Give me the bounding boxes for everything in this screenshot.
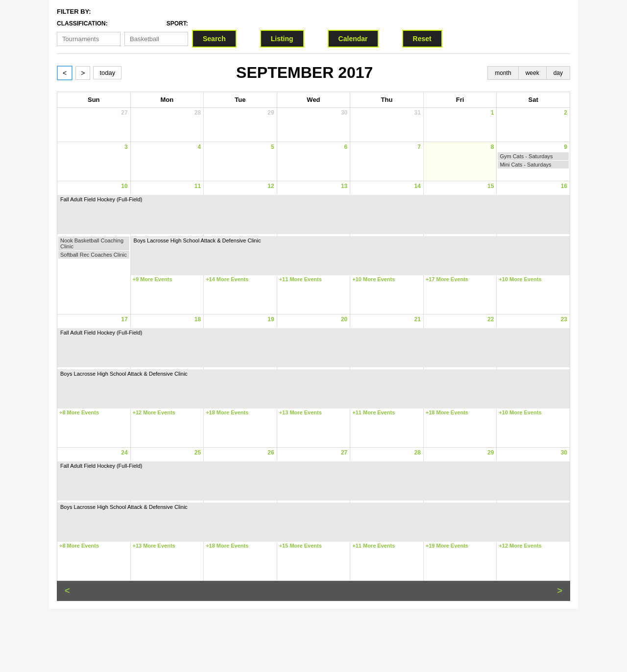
view-buttons: month week day bbox=[487, 66, 570, 80]
classification-input[interactable] bbox=[57, 32, 121, 46]
scroll-left-arrow[interactable]: < bbox=[65, 586, 70, 596]
more-events-link[interactable]: +11 More Events bbox=[277, 275, 324, 283]
more-events-link[interactable]: +12 More Events bbox=[497, 542, 543, 550]
day-cell: 18 bbox=[130, 314, 204, 328]
header-sat: Sat bbox=[497, 92, 570, 108]
more-events-link[interactable]: +18 More Events bbox=[204, 542, 250, 550]
day-cell: 31 bbox=[350, 108, 424, 142]
sport-label: SPORT: bbox=[167, 20, 188, 27]
day-number: 4 bbox=[131, 142, 204, 152]
more-events-link[interactable]: +13 More Events bbox=[277, 408, 324, 416]
event-bar[interactable]: Gym Cats - Saturdays bbox=[498, 152, 569, 160]
day-number: 3 bbox=[57, 142, 130, 152]
day-number: 31 bbox=[350, 108, 423, 118]
more-events-link[interactable]: +10 More Events bbox=[350, 275, 397, 283]
header-mon: Mon bbox=[130, 92, 204, 108]
spanning-event-cell[interactable]: Fall Adult Field Hockey (Full-Field) bbox=[57, 195, 570, 234]
day-cell: 11 bbox=[130, 181, 204, 195]
event-bar[interactable]: Nook Basketball Coaching Clinic bbox=[58, 237, 129, 250]
scroll-right-arrow[interactable]: > bbox=[557, 586, 562, 596]
more-events-link[interactable]: +19 More Events bbox=[424, 542, 470, 550]
event-bar[interactable]: Softball Rec Coaches Clinic bbox=[58, 251, 129, 259]
day-cell: 28 bbox=[350, 448, 424, 461]
today-button[interactable]: today bbox=[93, 66, 121, 79]
prev-button[interactable]: < bbox=[57, 66, 72, 80]
day-cell: 2 bbox=[497, 108, 570, 142]
day-number: 28 bbox=[131, 108, 204, 118]
spanning-event-cell[interactable]: Boys Lacrosse High School Attack & Defen… bbox=[57, 369, 570, 408]
listing-button[interactable]: Listing bbox=[260, 30, 304, 48]
day-number: 23 bbox=[497, 314, 570, 324]
day-number: 10 bbox=[57, 181, 130, 191]
more-events-link[interactable]: +18 More Events bbox=[424, 408, 470, 416]
day-cell: 28 bbox=[130, 108, 204, 142]
view-week-button[interactable]: week bbox=[519, 67, 547, 79]
more-events-link[interactable]: +8 More Events bbox=[57, 408, 101, 416]
more-events-row: +8 More Events+13 More Events+18 More Ev… bbox=[57, 542, 570, 581]
day-cell: 13 bbox=[277, 181, 350, 195]
header-tue: Tue bbox=[204, 92, 277, 108]
more-events-link[interactable]: +10 More Events bbox=[497, 275, 543, 283]
more-events-link[interactable]: +13 More Events bbox=[131, 542, 177, 550]
spanning-event-row: Fall Adult Field Hockey (Full-Field) bbox=[57, 195, 570, 234]
day-cell: 15 bbox=[423, 181, 497, 195]
day-number: 5 bbox=[204, 142, 277, 152]
next-button[interactable]: > bbox=[75, 66, 90, 80]
search-button[interactable]: Search bbox=[192, 30, 237, 48]
week-row-5-days: 24252627282930 bbox=[57, 448, 570, 461]
more-events-link[interactable]: +9 More Events bbox=[131, 275, 174, 283]
more-events-link[interactable]: +11 More Events bbox=[350, 408, 397, 416]
day-cell: 29 bbox=[204, 108, 277, 142]
more-events-link[interactable]: +14 More Events bbox=[204, 275, 250, 283]
header-wed: Wed bbox=[277, 92, 350, 108]
day-number: 20 bbox=[277, 314, 350, 324]
week-row-1: 272829303112 bbox=[57, 108, 570, 142]
view-month-button[interactable]: month bbox=[488, 67, 518, 79]
more-events-link[interactable]: +11 More Events bbox=[350, 542, 397, 550]
day-number: 28 bbox=[350, 448, 423, 457]
more-events-link[interactable]: +18 More Events bbox=[204, 408, 250, 416]
day-cell: 4 bbox=[130, 142, 204, 181]
header-fri: Fri bbox=[423, 92, 497, 108]
more-events-link[interactable]: +17 More Events bbox=[424, 275, 470, 283]
day-cell: 20 bbox=[277, 314, 350, 328]
day-cell: 27 bbox=[57, 108, 131, 142]
sport-input[interactable] bbox=[124, 32, 188, 46]
more-events-row: +8 More Events+12 More Events+18 More Ev… bbox=[57, 408, 570, 448]
event-bar[interactable]: Mini Cats - Saturdays bbox=[498, 161, 569, 168]
day-number: 29 bbox=[424, 448, 497, 457]
classification-label: CLASSIFICATION: bbox=[57, 20, 108, 27]
day-cell: 30 bbox=[497, 448, 570, 461]
bottom-bar: < > bbox=[57, 581, 570, 601]
calendar-button[interactable]: Calendar bbox=[328, 30, 379, 48]
day-number: 13 bbox=[277, 181, 350, 191]
more-events-link[interactable]: +8 More Events bbox=[57, 542, 101, 550]
day-number: 9 bbox=[497, 142, 570, 152]
week-row-2: 3456789Gym Cats - SaturdaysMini Cats - S… bbox=[57, 142, 570, 181]
view-day-button[interactable]: day bbox=[547, 67, 570, 79]
more-events-link[interactable]: +12 More Events bbox=[131, 408, 177, 416]
day-number: 6 bbox=[277, 142, 350, 152]
day-cell: 14 bbox=[350, 181, 424, 195]
day-number: 8 bbox=[424, 142, 497, 152]
day-number: 1 bbox=[424, 108, 497, 118]
day-number: 24 bbox=[57, 448, 130, 457]
spanning-event-cell[interactable]: Fall Adult Field Hockey (Full-Field) bbox=[57, 328, 570, 367]
filter-labels: CLASSIFICATION: SPORT: bbox=[57, 20, 570, 27]
day-number: 29 bbox=[204, 108, 277, 118]
more-events-link[interactable]: +15 More Events bbox=[277, 542, 324, 550]
day-cell: 5 bbox=[204, 142, 277, 181]
event-cell: Nook Basketball Coaching ClinicSoftball … bbox=[57, 236, 131, 275]
day-cell: 26 bbox=[204, 448, 277, 461]
day-number: 11 bbox=[131, 181, 204, 191]
more-events-link[interactable]: +10 More Events bbox=[497, 408, 543, 416]
day-cell: 12 bbox=[204, 181, 277, 195]
spanning-event-cell[interactable]: Fall Adult Field Hockey (Full-Field) bbox=[57, 461, 570, 501]
reset-button[interactable]: Reset bbox=[402, 30, 442, 48]
calendar-table: Sun Mon Tue Wed Thu Fri Sat 272829303112… bbox=[57, 92, 570, 581]
day-number: 15 bbox=[424, 181, 497, 191]
spanning-event-cell[interactable]: Boys Lacrosse High School Attack & Defen… bbox=[130, 236, 570, 275]
spanning-event-cell[interactable]: Boys Lacrosse High School Attack & Defen… bbox=[57, 503, 570, 542]
day-number: 17 bbox=[57, 314, 130, 324]
day-number: 7 bbox=[350, 142, 423, 152]
